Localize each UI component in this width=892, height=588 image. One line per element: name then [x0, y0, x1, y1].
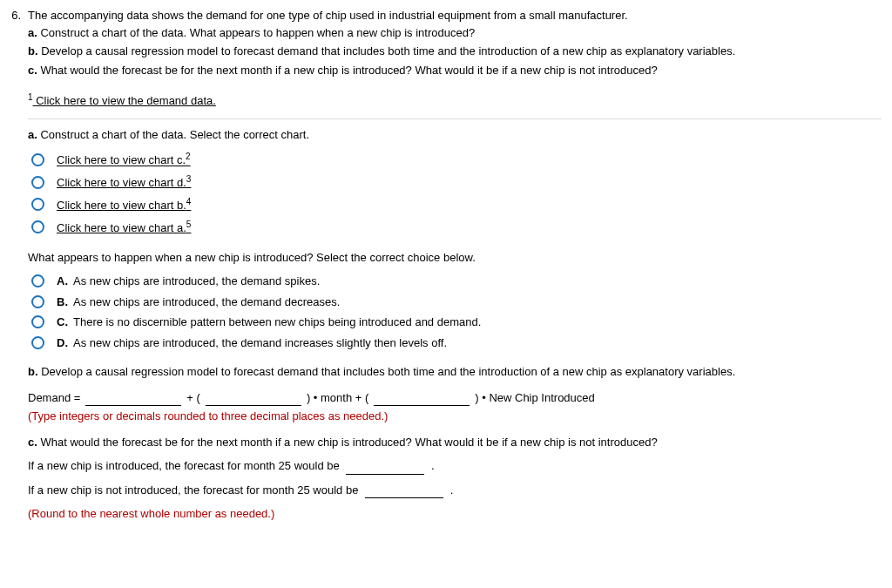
part-c-prompt: c. What would the forecast be for the ne… — [28, 434, 882, 451]
part-b-prompt-label: b. — [28, 365, 38, 378]
chart-link-d[interactable]: Click here to view chart d.3 — [57, 172, 191, 192]
question-body: The accompanying data shows the demand f… — [28, 7, 882, 531]
choice-label: A. — [57, 273, 68, 290]
chart-link-text: Click here to view chart c. — [57, 154, 186, 167]
chart-link-text: Click here to view chart d. — [57, 176, 186, 189]
divider — [28, 118, 882, 119]
choice-row: A. As new chips are introduced, the dema… — [31, 273, 882, 290]
footnote-link-row: 1 Click here to view the demand data. — [28, 91, 882, 110]
part-c-prompt-label: c. — [28, 436, 37, 449]
choice-text: As new chips are introduced, the demand … — [73, 294, 340, 311]
chart-option-row: Click here to view chart d.3 — [31, 172, 882, 192]
chart-option-row: Click here to view chart c.2 — [31, 150, 882, 169]
choice-text: There is no discernible pattern between … — [73, 314, 481, 331]
forecast-line-1: If a new chip is introduced, the forecas… — [28, 457, 882, 475]
forecast-line-1-end: . — [431, 459, 435, 472]
question-number: 6. — [3, 7, 28, 531]
equation-row: Demand = + ( ) • month + ( ) • New Chip … — [28, 389, 882, 407]
chart-option-row: Click here to view chart a.5 — [31, 218, 882, 237]
chart-link-text: Click here to view chart b. — [57, 199, 186, 212]
part-b-prompt: b. Develop a causal regression model to … — [28, 363, 882, 381]
chart-option-row: Click here to view chart b.4 — [31, 195, 882, 214]
part-a-prompt-label: a. — [28, 128, 37, 141]
choice-row: B. As new chips are introduced, the dema… — [31, 294, 882, 311]
question-stem: The accompanying data shows the demand f… — [28, 7, 882, 24]
month-coef-input[interactable] — [206, 392, 301, 406]
forecast-line-2-end: . — [450, 483, 454, 497]
part-a-followup: What appears to happen when a new chip i… — [28, 249, 882, 267]
eq-close-chip: ) • New Chip Introduced — [475, 389, 595, 407]
chart-link-sup: 3 — [186, 174, 192, 184]
demand-data-link[interactable]: Click here to view the demand data. — [33, 94, 216, 107]
radio-icon[interactable] — [31, 295, 44, 308]
chart-link-b[interactable]: Click here to view chart b.4 — [57, 195, 191, 214]
part-b-text: Develop a causal regression model to for… — [41, 44, 735, 57]
radio-icon[interactable] — [31, 220, 44, 233]
part-a-label: a. — [28, 26, 37, 39]
choice-text: As new chips are introduced, the demand … — [73, 335, 447, 352]
choice-row: D. As new chips are introduced, the dema… — [31, 335, 882, 352]
part-a-prompt-text: Construct a chart of the data. Select th… — [37, 128, 309, 141]
chart-link-sup: 4 — [186, 197, 192, 206]
forecast-line-2-text: If a new chip is not introduced, the for… — [28, 483, 362, 497]
forecast-line-1-text: If a new chip is introduced, the forecas… — [28, 459, 342, 472]
question-subparts: a. Construct a chart of the data. What a… — [28, 24, 882, 79]
chart-options-group: Click here to view chart c.2 Click here … — [28, 150, 882, 236]
intercept-input[interactable] — [85, 392, 181, 406]
forecast-intro-input[interactable] — [346, 461, 424, 475]
choice-row: C. There is no discernible pattern betwe… — [31, 314, 882, 331]
question-block: 6. The accompanying data shows the deman… — [3, 7, 882, 531]
radio-icon[interactable] — [31, 198, 44, 211]
chip-coef-input[interactable] — [374, 392, 470, 406]
chart-link-sup: 2 — [186, 152, 191, 161]
chart-link-sup: 5 — [186, 220, 192, 229]
radio-icon[interactable] — [31, 315, 44, 328]
part-b-prompt-text: Develop a causal regression model to for… — [38, 365, 736, 378]
radio-icon[interactable] — [31, 176, 44, 189]
forecast-no-intro-input[interactable] — [365, 484, 443, 498]
part-a-prompt: a. Construct a chart of the data. Select… — [28, 126, 882, 144]
eq-close-month: ) • month + ( — [307, 389, 368, 407]
part-c-text: What would the forecast be for the next … — [40, 64, 657, 77]
part-b-hint: (Type integers or decimals rounded to th… — [28, 408, 882, 425]
radio-icon[interactable] — [31, 336, 44, 349]
choice-label: C. — [57, 314, 68, 331]
part-a-text: Construct a chart of the data. What appe… — [40, 26, 475, 39]
eq-lhs: Demand = — [28, 389, 80, 407]
eq-plus-open: + ( — [186, 389, 200, 407]
choices-group: A. As new chips are introduced, the dema… — [28, 273, 882, 351]
part-c-hint: (Round to the nearest whole number as ne… — [28, 505, 882, 523]
part-c-label: c. — [28, 64, 37, 77]
choice-text: As new chips are introduced, the demand … — [73, 273, 320, 290]
choice-label: D. — [57, 335, 68, 352]
radio-icon[interactable] — [31, 274, 44, 287]
part-c-prompt-text: What would the forecast be for the next … — [37, 436, 658, 449]
forecast-line-2: If a new chip is not introduced, the for… — [28, 482, 882, 499]
part-b-label: b. — [28, 44, 38, 57]
choice-label: B. — [57, 294, 68, 311]
chart-link-text: Click here to view chart a. — [57, 221, 186, 234]
chart-link-a[interactable]: Click here to view chart a.5 — [57, 218, 191, 237]
chart-link-c[interactable]: Click here to view chart c.2 — [57, 150, 191, 169]
radio-icon[interactable] — [31, 153, 44, 166]
